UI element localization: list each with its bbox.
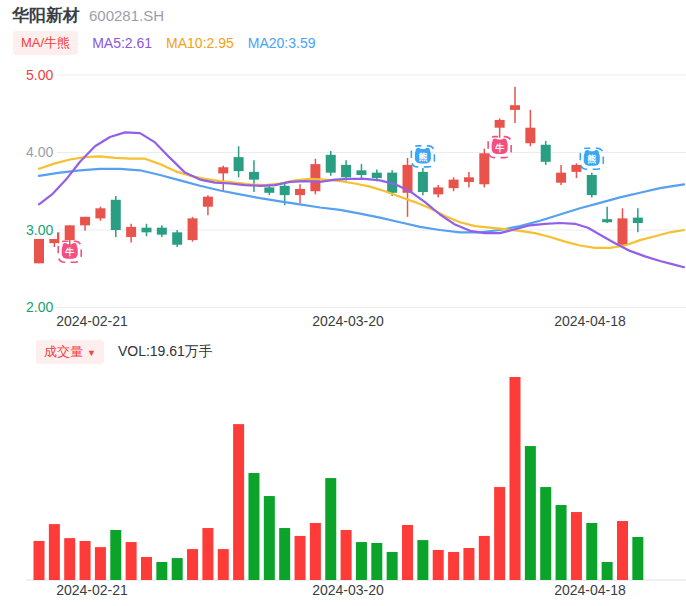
volume-xtick-1: 2024-02-21: [56, 582, 128, 598]
stock-title: 华阳新材: [12, 4, 80, 27]
svg-text:牛: 牛: [64, 247, 74, 257]
header: 华阳新材 600281.SH: [12, 4, 164, 28]
price-ytick-5: 5.00: [26, 66, 57, 84]
stock-chart-canvas[interactable]: 牛熊牛熊: [0, 0, 686, 606]
volume-bars-group: [34, 377, 644, 580]
bull-marker-icon[interactable]: 牛: [58, 241, 81, 262]
volume-indicator-selector[interactable]: 成交量▼: [36, 340, 104, 364]
volume-xtick-2: 2024-03-20: [312, 582, 384, 598]
volume-header: 成交量▼ VOL:19.61万手: [36, 340, 213, 364]
bear-marker-icon[interactable]: 熊: [580, 148, 603, 169]
ma10-value: MA10:2.95: [166, 35, 234, 51]
stock-code: 600281.SH: [89, 7, 164, 24]
chevron-down-icon: ▼: [87, 348, 96, 358]
bull-marker-icon[interactable]: 牛: [488, 137, 511, 158]
bear-marker-icon[interactable]: 熊: [411, 146, 434, 167]
svg-text:熊: 熊: [587, 154, 596, 164]
price-ytick-3: 3.00: [26, 221, 57, 239]
ma20-value: MA20:3.59: [248, 35, 316, 51]
svg-text:熊: 熊: [418, 152, 427, 162]
price-ytick-4: 4.00: [26, 143, 57, 161]
price-xtick-2: 2024-03-20: [312, 313, 384, 329]
ma5-value: MA5:2.61: [92, 35, 152, 51]
ma-indicator-selector[interactable]: MA/牛熊: [13, 31, 78, 55]
volume-xtick-3: 2024-04-18: [554, 582, 626, 598]
price-xtick-1: 2024-02-21: [56, 313, 128, 329]
volume-value: VOL:19.61万手: [118, 343, 213, 361]
svg-text:牛: 牛: [494, 143, 504, 153]
price-xtick-3: 2024-04-18: [554, 313, 626, 329]
price-ytick-2: 2.00: [26, 298, 57, 316]
indicator-legend: MA/牛熊 MA5:2.61 MA10:2.95 MA20:3.59: [13, 31, 316, 55]
